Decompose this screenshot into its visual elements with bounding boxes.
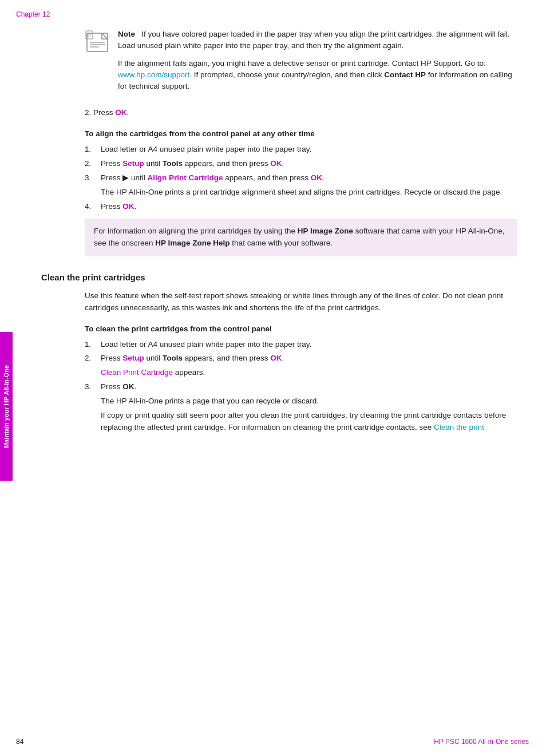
align-step-2-text: Press Setup until Tools appears, and the…: [101, 158, 529, 170]
note-text1: If you have colored paper loaded in the …: [118, 30, 509, 50]
clean-step-1-num: 1.: [85, 339, 101, 351]
clean-cartridge-label: Clean Print Cartridge: [101, 368, 173, 377]
clean-step-2-text: Press Setup until Tools appears, and the…: [101, 353, 529, 365]
align-step-2-num: 2.: [85, 158, 101, 170]
clean-the-print-link[interactable]: Clean the print: [434, 423, 484, 432]
note-section: Note If you have colored paper loaded in…: [85, 29, 517, 98]
note-paragraph-1: Note If you have colored paper loaded in…: [118, 29, 517, 52]
align-step-3: 3. Press ▶ until Align Print Cartridge a…: [85, 172, 529, 184]
align-ok-4: OK: [122, 202, 134, 211]
note-paragraph-2: If the alignment fails again, you might …: [118, 58, 517, 93]
clean-step-3: 3. Press OK.: [85, 381, 529, 393]
clean-step-3-sub2: If copy or print quality still seem poor…: [101, 410, 529, 434]
chapter-header: Chapter 12: [16, 10, 529, 18]
clean-step-3-text: Press OK.: [101, 381, 529, 393]
info-box: For information on aligning the print ca…: [85, 219, 517, 256]
align-heading: To align the cartridges from the control…: [85, 129, 529, 138]
align-step-2: 2. Press Setup until Tools appears, and …: [85, 158, 529, 170]
footer-page-number: 84: [16, 738, 23, 746]
align-step-4: 4. Press OK.: [85, 201, 529, 213]
align-step-3-sub: The HP All-in-One prints a print cartrid…: [101, 187, 529, 199]
align-step-4-num: 4.: [85, 201, 101, 213]
align-steps-list: 1. Load letter or A4 unused plain white …: [85, 144, 529, 213]
align-step-1-text: Load letter or A4 unused plain white pap…: [101, 144, 529, 156]
footer-product-name: HP PSC 1600 All-in-One series: [434, 738, 529, 746]
svg-line-1: [102, 33, 108, 39]
hp-support-link[interactable]: www.hp.com/support: [118, 70, 189, 79]
clean-ok-2: OK: [270, 354, 282, 362]
main-content: Chapter 12: [16, 0, 529, 434]
align-ok-3: OK: [311, 173, 322, 182]
clean-step-3-num: 3.: [85, 381, 101, 393]
align-tools-2: Tools: [163, 159, 183, 168]
note-icon: [85, 30, 110, 55]
page-container: Maintain your HP All-in-One Chapter 12: [0, 0, 546, 756]
align-cartridge-label: Align Print Cartridge: [148, 173, 223, 182]
clean-steps-list: 1. Load letter or A4 unused plain white …: [85, 339, 529, 434]
note-content: Note If you have colored paper loaded in…: [118, 29, 517, 98]
footer: 84 HP PSC 1600 All-in-One series: [16, 738, 529, 746]
align-ok-2: OK: [270, 159, 282, 168]
contact-hp-bold: Contact HP: [384, 70, 426, 79]
align-step-1: 1. Load letter or A4 unused plain white …: [85, 144, 529, 156]
sidebar-tab: Maintain your HP All-in-One: [0, 332, 13, 481]
step-2-press-ok: 2. Press OK.: [85, 108, 529, 117]
clean-heading: To clean the print cartridges from the c…: [85, 324, 529, 333]
clean-step-1: 1. Load letter or A4 unused plain white …: [85, 339, 529, 351]
clean-step-2-num: 2.: [85, 353, 101, 365]
sidebar-tab-label: Maintain your HP All-in-One: [3, 365, 10, 448]
align-setup-2: Setup: [122, 159, 144, 168]
step2-ok: OK: [115, 108, 126, 117]
clean-section-body: Use this feature when the self-test repo…: [85, 290, 517, 314]
align-step-4-text: Press OK.: [101, 201, 529, 213]
hp-image-zone-1: HP Image Zone: [298, 227, 353, 235]
clean-setup-2: Setup: [122, 354, 144, 362]
align-step-3-text: Press ▶ until Align Print Cartridge appe…: [101, 172, 529, 184]
clean-step-1-text: Load letter or A4 unused plain white pap…: [101, 339, 529, 351]
clean-section-title: Clean the print cartridges: [41, 272, 529, 282]
step2-text-prefix: Press: [93, 108, 115, 117]
clean-tools-2: Tools: [163, 354, 183, 362]
clean-ok-3: OK: [122, 382, 134, 391]
clean-step-2: 2. Press Setup until Tools appears, and …: [85, 353, 529, 365]
note-label: Note: [118, 30, 135, 38]
align-step-1-num: 1.: [85, 144, 101, 156]
clean-step-3-sub1: The HP All-in-One prints a page that you…: [101, 395, 529, 407]
clean-step-2-sub: Clean Print Cartridge appears.: [101, 367, 529, 379]
note-svg-icon: [85, 30, 110, 55]
hp-image-zone-help: HP Image Zone Help: [155, 239, 230, 247]
align-step-3-num: 3.: [85, 172, 101, 184]
step2-number: 2.: [85, 108, 91, 117]
